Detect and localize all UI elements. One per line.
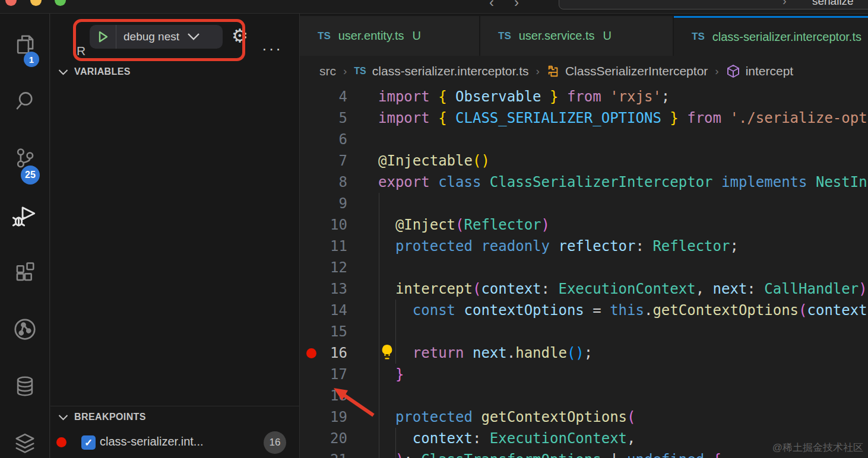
breakpoint-line-badge: 16 [264, 431, 286, 454]
typescript-file-icon: TS [692, 31, 705, 43]
line-number[interactable]: 5 [300, 107, 347, 129]
tab-user-service[interactable]: TS user.service.ts U [480, 16, 673, 56]
line-number[interactable]: 9 [300, 193, 347, 214]
code-line[interactable]: 14 const contextOptions = this.getContex… [300, 300, 868, 321]
source-control-icon[interactable]: 25 [0, 132, 50, 185]
method-symbol-icon [726, 64, 740, 78]
code-text: return next.handle(); [378, 342, 593, 364]
layers-icon[interactable] [0, 417, 50, 458]
section-divider [50, 406, 300, 406]
explorer-icon[interactable]: 1 [0, 18, 50, 71]
line-number[interactable]: 12 [300, 257, 347, 278]
line-number[interactable]: 17 [300, 364, 347, 385]
line-number[interactable]: 8 [300, 171, 347, 193]
breadcrumb-file[interactable]: class-serializer.interceptor.ts [372, 64, 529, 78]
code-text: export class ClassSerializerInterceptor … [378, 171, 868, 193]
typescript-file-icon: TS [498, 30, 511, 42]
breadcrumb-method[interactable]: intercept [746, 64, 794, 78]
code-text: ): ClassTransformOptions | undefined { [378, 449, 721, 458]
indent-guide [379, 193, 379, 458]
line-number[interactable]: 15 [300, 321, 347, 342]
database-icon[interactable] [0, 360, 50, 412]
code-text: context: ExecutionContext, [378, 428, 636, 449]
gear-icon[interactable]: ⚙ [232, 27, 248, 45]
code-text: protected readonly reflector: Reflector; [378, 236, 739, 257]
breadcrumb-separator-icon: › [715, 65, 718, 78]
line-number[interactable]: 18 [300, 385, 347, 406]
code-line[interactable]: 7@Injectable() [300, 150, 868, 171]
code-line[interactable]: 12 [300, 257, 868, 278]
editor-tab-bar: TS user.entity.ts U TS user.service.ts U… [300, 14, 868, 56]
line-number[interactable]: 11 [300, 236, 347, 257]
debug-start-button[interactable] [90, 25, 116, 49]
code-line[interactable]: 9 [300, 193, 868, 214]
indent-guide [395, 300, 396, 364]
line-number[interactable]: 20 [300, 428, 347, 449]
source-control-badge: 25 [21, 166, 40, 185]
code-text: intercept(context: ExecutionContext, nex… [378, 278, 867, 300]
line-number[interactable]: 7 [300, 150, 347, 171]
search-icon[interactable] [0, 75, 50, 127]
git-status-badge: U [603, 29, 612, 43]
code-text: @Injectable() [378, 150, 490, 171]
code-line[interactable]: 8export class ClassSerializerInterceptor… [300, 171, 868, 193]
git-status-badge: U [413, 29, 421, 43]
title-bar: ‹ › › serialize [0, 0, 868, 14]
close-window-button[interactable] [5, 0, 17, 6]
nav-forward-icon[interactable]: › [514, 0, 519, 11]
tab-label: class-serializer.interceptor.ts [712, 30, 861, 44]
breadcrumb-separator-icon: › [536, 65, 540, 78]
line-number[interactable]: 19 [300, 406, 347, 428]
breakpoint-checkbox[interactable]: ✓ [81, 435, 96, 450]
line-number[interactable]: 6 [300, 129, 347, 150]
class-symbol-icon [547, 65, 560, 78]
zoom-window-button[interactable] [55, 0, 66, 6]
breadcrumb-class[interactable]: ClassSerializerInterceptor [565, 64, 708, 78]
debug-config-control: debug nest [90, 25, 223, 49]
line-number[interactable]: 13 [300, 278, 347, 300]
breadcrumb-folder[interactable]: src [319, 64, 336, 78]
code-line[interactable]: 11 protected readonly reflector: Reflect… [300, 236, 868, 257]
line-number[interactable]: 21 [300, 449, 347, 458]
typescript-file-icon: TS [354, 66, 366, 77]
code-line[interactable]: 6 [300, 129, 868, 150]
code-editor[interactable]: 4import { Observable } from 'rxjs';5impo… [300, 86, 868, 458]
line-number[interactable]: 4 [300, 86, 347, 107]
command-center-text: serialize [812, 0, 854, 8]
code-line[interactable]: 5import { CLASS_SERIALIZER_OPTIONS } fro… [300, 107, 868, 129]
breadcrumb: src › TS class-serializer.interceptor.ts… [300, 56, 868, 86]
chevron-down-icon[interactable] [186, 33, 201, 41]
more-actions-icon[interactable]: ··· [262, 40, 283, 58]
remote-graph-icon[interactable] [0, 303, 50, 355]
code-line[interactable]: 15 [300, 321, 868, 342]
breakpoint-list-item[interactable]: ✓ class-serializer.int... 16 [50, 430, 300, 456]
code-text: const contextOptions = this.getContextOp… [378, 300, 867, 321]
lightbulb-icon[interactable] [380, 344, 394, 363]
code-text: import { CLASS_SERIALIZER_OPTIONS } from… [378, 107, 868, 129]
vscode-window: ‹ › › serialize 1 25 [0, 0, 868, 458]
code-line[interactable]: 17 } [300, 364, 868, 385]
line-number[interactable]: 14 [300, 300, 347, 321]
code-line[interactable]: 19 protected getContextOptions( [300, 406, 868, 428]
breakpoint-glyph[interactable] [306, 348, 316, 358]
sidebar-title-truncated: R [77, 44, 85, 58]
variables-section-header[interactable]: VARIABLES [50, 63, 300, 81]
chevron-down-icon [58, 414, 68, 421]
activity-bar: 1 25 [0, 14, 50, 458]
code-line[interactable]: 10 @Inject(Reflector) [300, 214, 868, 236]
minimize-window-button[interactable] [30, 0, 42, 6]
code-line[interactable]: 18 [300, 385, 868, 406]
code-text: } [378, 364, 404, 385]
extensions-icon[interactable] [0, 246, 50, 298]
breakpoint-file-label: class-serializer.int... [100, 435, 204, 449]
code-line[interactable]: 13 intercept(context: ExecutionContext, … [300, 278, 868, 300]
debug-sidebar: R debug nest ⚙ ··· VARIABLES BREAKPOINTS [50, 14, 300, 458]
debug-config-dropdown[interactable]: debug nest [116, 30, 179, 43]
code-line[interactable]: 4import { Observable } from 'rxjs'; [300, 86, 868, 107]
nav-back-icon[interactable]: ‹ [489, 0, 494, 11]
tab-user-entity[interactable]: TS user.entity.ts U [300, 16, 479, 56]
run-and-debug-icon[interactable] [0, 189, 50, 241]
tab-class-serializer-interceptor[interactable]: TS class-serializer.interceptor.ts [674, 16, 868, 56]
line-number[interactable]: 10 [300, 214, 347, 236]
breakpoints-section-header[interactable]: BREAKPOINTS [50, 408, 300, 426]
